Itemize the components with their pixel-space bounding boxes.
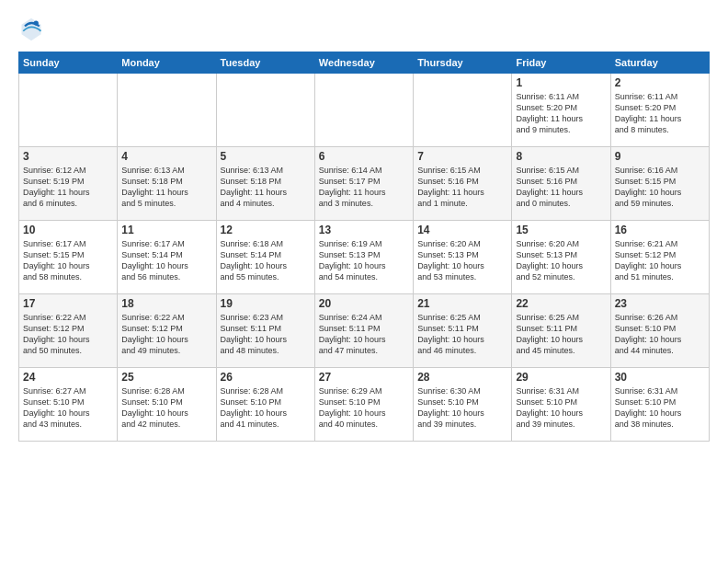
day-number: 20 [319, 297, 409, 310]
day-cell: 21Sunrise: 6:25 AM Sunset: 5:11 PM Dayli… [414, 294, 512, 368]
day-cell: 30Sunrise: 6:31 AM Sunset: 5:10 PM Dayli… [610, 368, 709, 442]
day-cell [314, 74, 413, 147]
day-cell: 11Sunrise: 6:17 AM Sunset: 5:14 PM Dayli… [118, 221, 216, 294]
day-cell: 5Sunrise: 6:13 AM Sunset: 5:18 PM Daylig… [216, 147, 314, 221]
day-cell: 1Sunrise: 6:11 AM Sunset: 5:20 PM Daylig… [512, 74, 610, 147]
week-row-3: 10Sunrise: 6:17 AM Sunset: 5:15 PM Dayli… [19, 221, 710, 294]
day-number: 29 [516, 371, 606, 384]
day-number: 22 [516, 297, 606, 310]
header [18, 17, 710, 42]
day-info: Sunrise: 6:22 AM Sunset: 5:12 PM Dayligh… [121, 312, 211, 357]
day-info: Sunrise: 6:11 AM Sunset: 5:20 PM Dayligh… [615, 91, 705, 136]
page: SundayMondayTuesdayWednesdayThursdayFrid… [0, 0, 728, 563]
day-info: Sunrise: 6:17 AM Sunset: 5:15 PM Dayligh… [23, 238, 113, 283]
day-info: Sunrise: 6:13 AM Sunset: 5:18 PM Dayligh… [121, 165, 211, 210]
day-cell: 10Sunrise: 6:17 AM Sunset: 5:15 PM Dayli… [19, 221, 118, 294]
day-number: 15 [516, 224, 606, 236]
day-cell: 8Sunrise: 6:15 AM Sunset: 5:16 PM Daylig… [512, 147, 610, 221]
day-number: 19 [221, 297, 311, 310]
day-cell [414, 74, 512, 147]
day-cell: 24Sunrise: 6:27 AM Sunset: 5:10 PM Dayli… [19, 368, 118, 442]
day-number: 30 [615, 371, 705, 384]
day-number: 26 [221, 371, 311, 384]
day-cell [19, 74, 118, 147]
day-info: Sunrise: 6:26 AM Sunset: 5:10 PM Dayligh… [615, 312, 705, 357]
day-cell: 9Sunrise: 6:16 AM Sunset: 5:15 PM Daylig… [610, 147, 709, 221]
day-number: 24 [23, 371, 113, 384]
day-number: 1 [516, 76, 606, 89]
week-row-5: 24Sunrise: 6:27 AM Sunset: 5:10 PM Dayli… [19, 368, 710, 442]
day-number: 28 [417, 371, 507, 384]
calendar-table: SundayMondayTuesdayWednesdayThursdayFrid… [18, 52, 710, 442]
day-number: 3 [23, 150, 113, 163]
week-row-1: 1Sunrise: 6:11 AM Sunset: 5:20 PM Daylig… [19, 74, 710, 147]
day-cell [118, 74, 216, 147]
day-info: Sunrise: 6:16 AM Sunset: 5:15 PM Dayligh… [615, 165, 705, 210]
day-cell: 25Sunrise: 6:28 AM Sunset: 5:10 PM Dayli… [118, 368, 216, 442]
day-info: Sunrise: 6:20 AM Sunset: 5:13 PM Dayligh… [417, 238, 507, 283]
day-number: 25 [121, 371, 211, 384]
day-info: Sunrise: 6:18 AM Sunset: 5:14 PM Dayligh… [221, 238, 311, 283]
day-number: 13 [319, 224, 409, 236]
day-cell: 22Sunrise: 6:25 AM Sunset: 5:11 PM Dayli… [512, 294, 610, 368]
day-number: 14 [417, 224, 507, 236]
day-info: Sunrise: 6:17 AM Sunset: 5:14 PM Dayligh… [121, 238, 211, 283]
day-info: Sunrise: 6:20 AM Sunset: 5:13 PM Dayligh… [516, 238, 606, 283]
day-number: 17 [23, 297, 113, 310]
day-info: Sunrise: 6:21 AM Sunset: 5:12 PM Dayligh… [615, 238, 705, 283]
day-number: 7 [417, 150, 507, 163]
day-cell: 6Sunrise: 6:14 AM Sunset: 5:17 PM Daylig… [314, 147, 413, 221]
day-info: Sunrise: 6:28 AM Sunset: 5:10 PM Dayligh… [121, 385, 211, 431]
header-row: SundayMondayTuesdayWednesdayThursdayFrid… [19, 52, 710, 74]
day-cell: 7Sunrise: 6:15 AM Sunset: 5:16 PM Daylig… [414, 147, 512, 221]
day-info: Sunrise: 6:31 AM Sunset: 5:10 PM Dayligh… [516, 385, 606, 431]
day-cell: 15Sunrise: 6:20 AM Sunset: 5:13 PM Dayli… [512, 221, 610, 294]
day-info: Sunrise: 6:15 AM Sunset: 5:16 PM Dayligh… [516, 165, 606, 210]
day-info: Sunrise: 6:11 AM Sunset: 5:20 PM Dayligh… [516, 91, 606, 136]
day-number: 21 [417, 297, 507, 310]
day-cell: 14Sunrise: 6:20 AM Sunset: 5:13 PM Dayli… [414, 221, 512, 294]
day-number: 8 [516, 150, 606, 163]
day-cell: 18Sunrise: 6:22 AM Sunset: 5:12 PM Dayli… [118, 294, 216, 368]
day-number: 6 [319, 150, 409, 163]
day-info: Sunrise: 6:25 AM Sunset: 5:11 PM Dayligh… [516, 312, 606, 357]
day-cell [216, 74, 314, 147]
day-info: Sunrise: 6:30 AM Sunset: 5:10 PM Dayligh… [417, 385, 507, 431]
day-cell: 28Sunrise: 6:30 AM Sunset: 5:10 PM Dayli… [414, 368, 512, 442]
day-cell: 27Sunrise: 6:29 AM Sunset: 5:10 PM Dayli… [314, 368, 413, 442]
day-number: 23 [615, 297, 705, 310]
day-number: 27 [319, 371, 409, 384]
column-header-sunday: Sunday [19, 52, 118, 74]
column-header-friday: Friday [512, 52, 610, 74]
day-info: Sunrise: 6:29 AM Sunset: 5:10 PM Dayligh… [319, 385, 409, 431]
day-info: Sunrise: 6:27 AM Sunset: 5:10 PM Dayligh… [23, 385, 113, 431]
day-info: Sunrise: 6:22 AM Sunset: 5:12 PM Dayligh… [23, 312, 113, 357]
day-info: Sunrise: 6:23 AM Sunset: 5:11 PM Dayligh… [221, 312, 311, 357]
day-info: Sunrise: 6:28 AM Sunset: 5:10 PM Dayligh… [221, 385, 311, 431]
day-info: Sunrise: 6:31 AM Sunset: 5:10 PM Dayligh… [615, 385, 705, 431]
day-info: Sunrise: 6:12 AM Sunset: 5:19 PM Dayligh… [23, 165, 113, 210]
week-row-2: 3Sunrise: 6:12 AM Sunset: 5:19 PM Daylig… [19, 147, 710, 221]
week-row-4: 17Sunrise: 6:22 AM Sunset: 5:12 PM Dayli… [19, 294, 710, 368]
day-info: Sunrise: 6:24 AM Sunset: 5:11 PM Dayligh… [319, 312, 409, 357]
logo-icon [18, 17, 44, 42]
day-cell: 13Sunrise: 6:19 AM Sunset: 5:13 PM Dayli… [314, 221, 413, 294]
day-cell: 16Sunrise: 6:21 AM Sunset: 5:12 PM Dayli… [610, 221, 709, 294]
day-info: Sunrise: 6:19 AM Sunset: 5:13 PM Dayligh… [319, 238, 409, 283]
day-cell: 12Sunrise: 6:18 AM Sunset: 5:14 PM Dayli… [216, 221, 314, 294]
day-number: 10 [23, 224, 113, 236]
day-number: 4 [121, 150, 211, 163]
day-number: 18 [121, 297, 211, 310]
day-cell: 19Sunrise: 6:23 AM Sunset: 5:11 PM Dayli… [216, 294, 314, 368]
day-cell: 3Sunrise: 6:12 AM Sunset: 5:19 PM Daylig… [19, 147, 118, 221]
day-cell: 2Sunrise: 6:11 AM Sunset: 5:20 PM Daylig… [610, 74, 709, 147]
day-cell: 17Sunrise: 6:22 AM Sunset: 5:12 PM Dayli… [19, 294, 118, 368]
day-cell: 29Sunrise: 6:31 AM Sunset: 5:10 PM Dayli… [512, 368, 610, 442]
day-cell: 4Sunrise: 6:13 AM Sunset: 5:18 PM Daylig… [118, 147, 216, 221]
day-info: Sunrise: 6:14 AM Sunset: 5:17 PM Dayligh… [319, 165, 409, 210]
column-header-wednesday: Wednesday [314, 52, 413, 74]
day-info: Sunrise: 6:25 AM Sunset: 5:11 PM Dayligh… [417, 312, 507, 357]
column-header-saturday: Saturday [610, 52, 709, 74]
column-header-monday: Monday [118, 52, 216, 74]
day-number: 5 [221, 150, 311, 163]
